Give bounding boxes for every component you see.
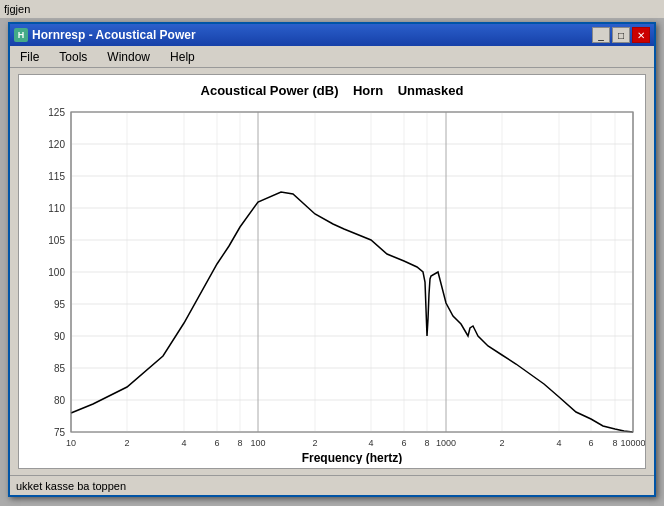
status-bar: ukket kasse ba toppen <box>10 475 654 495</box>
svg-text:80: 80 <box>54 395 66 406</box>
svg-text:110: 110 <box>48 203 65 214</box>
svg-text:8: 8 <box>237 438 242 448</box>
svg-text:100: 100 <box>250 438 265 448</box>
svg-text:4: 4 <box>556 438 561 448</box>
svg-text:2: 2 <box>124 438 129 448</box>
chart-title-text: Acoustical Power (dB) <box>201 83 339 98</box>
chart-title: Acoustical Power (dB) Horn Unmasked <box>23 79 641 102</box>
svg-text:120: 120 <box>48 139 65 150</box>
chart-type-label: Horn <box>353 83 383 98</box>
taskbar-label: fjgjen <box>4 3 30 15</box>
close-button[interactable]: ✕ <box>632 27 650 43</box>
status-text: ukket kasse ba toppen <box>16 480 126 492</box>
svg-text:85: 85 <box>54 363 66 374</box>
svg-text:8: 8 <box>612 438 617 448</box>
svg-text:125: 125 <box>48 107 65 118</box>
svg-text:10000: 10000 <box>620 438 645 448</box>
svg-text:6: 6 <box>214 438 219 448</box>
menu-tools[interactable]: Tools <box>53 48 93 66</box>
menu-help[interactable]: Help <box>164 48 201 66</box>
svg-text:1000: 1000 <box>436 438 456 448</box>
svg-text:100: 100 <box>48 267 65 278</box>
menu-window[interactable]: Window <box>101 48 156 66</box>
svg-text:6: 6 <box>401 438 406 448</box>
minimize-button[interactable]: _ <box>592 27 610 43</box>
chart-container: Acoustical Power (dB) Horn Unmasked 125 … <box>18 74 646 469</box>
svg-text:90: 90 <box>54 331 66 342</box>
frequency-chart: 125 120 115 110 105 100 95 <box>23 104 645 464</box>
svg-text:75: 75 <box>54 427 66 438</box>
svg-text:115: 115 <box>48 171 65 182</box>
taskbar-hint: fjgjen <box>0 0 664 18</box>
svg-text:105: 105 <box>48 235 65 246</box>
chart-mask-label: Unmasked <box>398 83 464 98</box>
menu-file[interactable]: File <box>14 48 45 66</box>
svg-text:2: 2 <box>312 438 317 448</box>
app-icon: H <box>14 28 28 42</box>
svg-text:8: 8 <box>424 438 429 448</box>
main-window: H Hornresp - Acoustical Power _ □ ✕ File… <box>8 22 656 497</box>
svg-text:95: 95 <box>54 299 66 310</box>
svg-text:2: 2 <box>499 438 504 448</box>
svg-text:10: 10 <box>66 438 76 448</box>
svg-text:4: 4 <box>181 438 186 448</box>
title-bar: H Hornresp - Acoustical Power _ □ ✕ <box>10 24 654 46</box>
window-title: Hornresp - Acoustical Power <box>32 28 196 42</box>
maximize-button[interactable]: □ <box>612 27 630 43</box>
svg-text:4: 4 <box>368 438 373 448</box>
svg-text:6: 6 <box>588 438 593 448</box>
menu-bar: File Tools Window Help <box>10 46 654 68</box>
svg-text:Frequency (hertz): Frequency (hertz) <box>302 451 403 464</box>
